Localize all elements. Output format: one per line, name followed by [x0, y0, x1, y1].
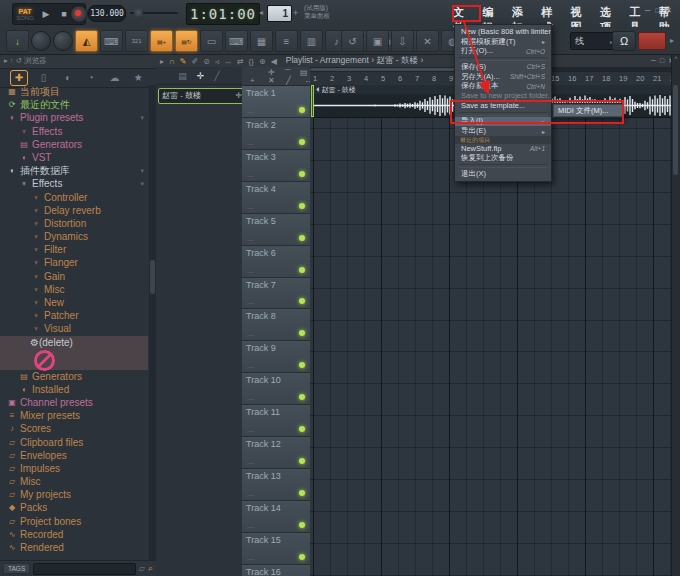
- browser-item[interactable]: ◖VST: [0, 151, 148, 164]
- track-options[interactable]: ...: [247, 361, 254, 370]
- track-led[interactable]: [299, 107, 305, 113]
- browser-item[interactable]: ♆New: [0, 296, 148, 309]
- picker-tab-patterns[interactable]: ▤: [178, 71, 187, 81]
- browser-item[interactable]: ▱Clipboard files: [0, 436, 148, 449]
- pattern-prev-arrow[interactable]: ◂: [259, 8, 263, 17]
- track-led[interactable]: [299, 458, 305, 464]
- track-led[interactable]: [299, 171, 305, 177]
- track-led[interactable]: [299, 554, 305, 560]
- track-led[interactable]: [299, 235, 305, 241]
- browser-item[interactable]: ▤Generators: [0, 138, 148, 151]
- track-led[interactable]: [299, 203, 305, 209]
- track-row[interactable]: Track 2...: [242, 118, 310, 150]
- header-tool-icon[interactable]: +: [250, 76, 255, 85]
- menu-item[interactable]: 打开(O)...Ctrl+O: [455, 46, 551, 56]
- browser-item[interactable]: ▱Project bones: [0, 515, 148, 528]
- menu-item[interactable]: Save as template...: [455, 101, 551, 111]
- pattern-selector[interactable]: 1: [267, 5, 292, 22]
- browser-item[interactable]: ▱My projects: [0, 488, 148, 501]
- master-volume-knob[interactable]: [31, 31, 51, 51]
- menu-item[interactable]: 保存新版本Ctrl+N: [455, 81, 551, 91]
- zoom-icon[interactable]: ⊕: [259, 57, 266, 66]
- track-options[interactable]: ...: [247, 457, 254, 466]
- mixer-icon[interactable]: ≡: [275, 30, 298, 52]
- menu-item[interactable]: 退出(X): [455, 169, 551, 179]
- track-led[interactable]: [299, 298, 305, 304]
- slice-icon[interactable]: ⇄: [237, 57, 244, 66]
- browser-item[interactable]: ◖Installed: [0, 383, 148, 396]
- slip-icon[interactable]: ↔: [224, 57, 232, 66]
- tab-audio[interactable]: ◖: [59, 71, 75, 85]
- tab-favorites[interactable]: ★: [130, 71, 146, 85]
- menu-item[interactable]: Save to new project folder...: [455, 91, 551, 101]
- track-options[interactable]: ...: [247, 202, 254, 211]
- browser-item[interactable]: ♆Effects▾: [0, 177, 148, 190]
- pat-song-switch[interactable]: PAT SONG: [13, 8, 37, 21]
- track-options[interactable]: ...: [247, 425, 254, 434]
- track-led[interactable]: [299, 394, 305, 400]
- close-button[interactable]: ✕: [665, 6, 672, 15]
- minimize-button[interactable]: ─: [645, 6, 651, 15]
- browser-item[interactable]: ♪Scores: [0, 422, 148, 435]
- browser-item[interactable]: ▤Generators: [0, 370, 148, 383]
- playlist-maximize-button[interactable]: □: [660, 57, 664, 65]
- playback-icon[interactable]: ◀: [271, 57, 277, 66]
- mute-icon[interactable]: ◃: [215, 57, 219, 66]
- step-edit-icon[interactable]: ▭: [200, 30, 223, 52]
- track-options[interactable]: ...: [247, 553, 254, 562]
- menu-item[interactable]: 另存为(A)...Shift+Ctrl+S: [455, 72, 551, 82]
- track-row[interactable]: Track 10...: [242, 373, 310, 405]
- browser-item[interactable]: ♆Visual: [0, 322, 148, 335]
- track-options[interactable]: ...: [247, 521, 254, 530]
- countdown-icon[interactable]: 321: [125, 30, 148, 52]
- browser-item[interactable]: ♆Misc: [0, 283, 148, 296]
- track-options[interactable]: ...: [247, 266, 254, 275]
- song-start-marker[interactable]: [311, 85, 314, 117]
- song-label[interactable]: SONG: [13, 15, 37, 21]
- browser-item-delete[interactable]: ⚙(delete): [0, 336, 148, 370]
- loop-record-icon[interactable]: ▤↻: [175, 30, 198, 52]
- time-display[interactable]: 1:01:00: [186, 3, 260, 25]
- browser-item[interactable]: ◆Packs: [0, 501, 148, 514]
- playlist-icon[interactable]: ▥: [300, 30, 323, 52]
- picker-audio-clip[interactable]: 赵雷 - 鼓楼 ✛: [158, 88, 246, 104]
- track-row[interactable]: Track 7...: [242, 278, 310, 310]
- browser-item[interactable]: ♆Gain: [0, 270, 148, 283]
- menu-item[interactable]: 导入(I)▸: [455, 117, 551, 127]
- track-led[interactable]: [299, 490, 305, 496]
- track-row[interactable]: Track 9...: [242, 341, 310, 373]
- header-tool-icon[interactable]: ╱: [286, 76, 291, 85]
- undo-icon[interactable]: ↺: [341, 30, 364, 52]
- track-options[interactable]: ...: [247, 489, 254, 498]
- blend-recording-icon[interactable]: ▤+: [150, 30, 173, 52]
- browser-item[interactable]: ▦当前项目: [0, 85, 148, 98]
- menu-item[interactable]: 根据模板新建(T)▸: [455, 37, 551, 47]
- shuffle-slider[interactable]: [130, 12, 178, 14]
- snap-magnet-icon[interactable]: ∩: [169, 57, 175, 66]
- track-options[interactable]: ...: [247, 234, 254, 243]
- browser-item[interactable]: ◖Plugin presets▾: [0, 111, 148, 124]
- maximize-button[interactable]: □: [655, 6, 660, 15]
- tab-plugins[interactable]: ✚: [10, 70, 28, 86]
- menu-item[interactable]: 恢复到上次备份: [455, 154, 551, 164]
- browser-item[interactable]: ♆Patcher: [0, 309, 148, 322]
- tab-cloud[interactable]: ☁: [106, 71, 122, 85]
- line-tool-dropdown[interactable]: 线 ▸: [570, 32, 618, 50]
- browser-item[interactable]: ∿Rendered: [0, 541, 148, 554]
- menu-item[interactable]: 保存(S)Ctrl+S: [455, 62, 551, 72]
- track-row[interactable]: Track 3...: [242, 150, 310, 182]
- track-options[interactable]: ...: [247, 393, 254, 402]
- track-row[interactable]: Track 6...: [242, 246, 310, 278]
- picker-tab-automation[interactable]: ╱: [214, 71, 219, 81]
- metronome-icon[interactable]: ◭: [75, 30, 98, 52]
- browser-item[interactable]: ▱Envelopes: [0, 449, 148, 462]
- track-row[interactable]: Track 12...: [242, 437, 310, 469]
- browser-item[interactable]: ⟳最近的文件: [0, 98, 148, 111]
- track-options[interactable]: ...: [247, 138, 254, 147]
- browser-item[interactable]: ♆Distortion: [0, 217, 148, 230]
- track-options[interactable]: ...: [247, 329, 254, 338]
- play-marker-icon[interactable]: ▸: [160, 57, 164, 66]
- browser-item[interactable]: ∿Recorded: [0, 528, 148, 541]
- browser-item[interactable]: ♆Filter: [0, 243, 148, 256]
- export-icon[interactable]: ⇩: [391, 30, 414, 52]
